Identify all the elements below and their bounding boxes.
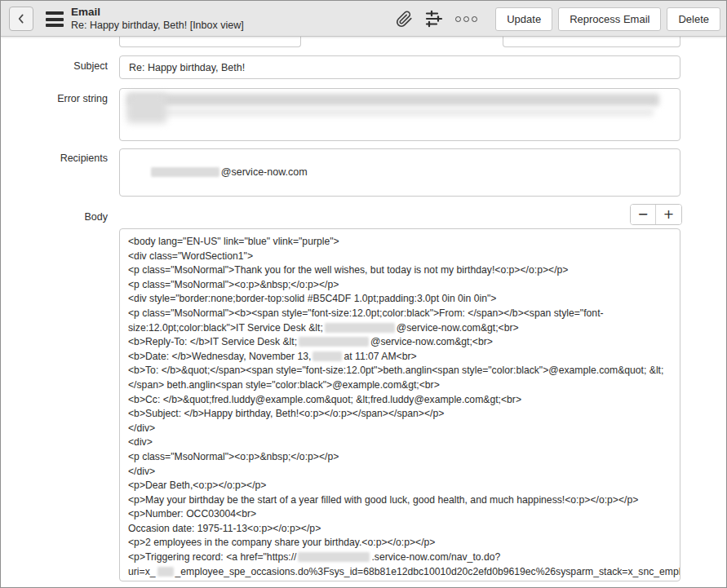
partial-field-left[interactable] (119, 35, 301, 47)
body-font-size-controls: − + (630, 204, 682, 225)
body-label: Body (1, 211, 108, 223)
error-string-label: Error string (1, 93, 108, 104)
reprocess-email-button[interactable]: Reprocess Email (558, 7, 661, 31)
error-string-textarea[interactable] (119, 88, 680, 141)
redacted-text (127, 94, 659, 106)
redacted-text (313, 351, 342, 361)
body-code-line: <p>May your birthday be the start of a y… (128, 493, 672, 508)
recipients-value: @service-now.com (126, 154, 308, 189)
body-code-line: <p>Triggering record: <a href="https://.… (128, 550, 672, 565)
body-code-line: <body lang="EN-US" link="blue" vlink="pu… (128, 235, 672, 250)
body-code-line: <b>Reply-To: </b>IT Service Desk &lt;@se… (128, 335, 672, 350)
body-code-line: <p>2 employees in the company share your… (128, 536, 672, 550)
email-record-window: Email Re: Happy birthday, Beth! [Inbox v… (0, 0, 727, 588)
partial-field-right[interactable] (503, 35, 680, 47)
redacted-text (157, 567, 174, 577)
body-code-line: <b>Cc: </b>&quot;fred.luddy@example.com&… (128, 393, 672, 408)
redacted-text (299, 337, 369, 347)
body-code[interactable]: <body lang="EN-US" link="blue" vlink="pu… (119, 228, 680, 581)
update-button[interactable]: Update (495, 7, 552, 31)
body-code-line: <p>Number: OCC03004<br> (128, 507, 672, 522)
subject-label: Subject (1, 60, 108, 72)
body-code-line: <p class="MsoNormal"><o:p>&nbsp;</o:p></… (128, 278, 672, 293)
recipients-textarea[interactable]: @service-now.com (119, 148, 680, 197)
increase-font-button[interactable]: + (656, 205, 681, 224)
body-code-line: </span> beth.anglin<span style="color:bl… (128, 378, 672, 393)
body-code-line: <b>Subject: </b>Happy birthday, Beth!<o:… (128, 407, 672, 422)
email-form: Subject Error string Recipients @service… (1, 37, 726, 587)
page-title: Email (71, 5, 244, 19)
delete-button[interactable]: Delete (667, 7, 720, 31)
body-code-line: <b>Date: </b>Wednesday, November 13,at 1… (128, 350, 672, 365)
body-code-line: <b>To: </b>&quot;</span><span style="fon… (128, 364, 672, 378)
body-code-line: <p class="MsoNormal">Thank you for the w… (128, 263, 672, 278)
personalize-form-icon[interactable] (424, 9, 444, 29)
body-code-line: <div class="WordSection1"> (128, 250, 672, 264)
body-code-line: <p class="MsoNormal"><o:p>&nbsp;</o:p></… (128, 450, 672, 465)
redacted-text (151, 167, 219, 177)
recipients-label: Recipients (1, 153, 108, 164)
subject-input[interactable] (119, 55, 680, 79)
decrease-font-button[interactable]: − (631, 205, 656, 224)
record-subtitle: Re: Happy birthday, Beth! [Inbox view] (71, 19, 244, 33)
body-code-line: <p>Dear Beth,<o:p></o:p></p> (128, 479, 672, 493)
body-code-line: uri=x__employee_spe_occasions.do%3Fsys_i… (128, 565, 672, 580)
body-code-line: size:12.0pt;color:black">IT Service Desk… (128, 321, 672, 336)
body-code-line: </div> (128, 465, 672, 480)
back-button[interactable] (9, 7, 33, 31)
body-code-line: <p class="MsoNormal"><b><span style="fon… (128, 307, 672, 321)
record-title-block: Email Re: Happy birthday, Beth! [Inbox v… (71, 5, 244, 33)
body-code-line: <div style="border:none;border-top:solid… (128, 292, 672, 307)
form-header: Email Re: Happy birthday, Beth! [Inbox v… (1, 1, 726, 37)
redacted-text (127, 108, 654, 117)
context-menu-icon[interactable] (46, 11, 64, 27)
body-code-line: <div> (128, 435, 672, 450)
redacted-text (325, 323, 395, 333)
redacted-text (298, 552, 370, 562)
paperclip-icon[interactable] (396, 11, 413, 28)
chevron-left-icon (15, 12, 28, 25)
body-code-line: Occasion date: 1975-11-13<o:p></o:p></p> (128, 522, 672, 537)
redacted-text (127, 94, 166, 123)
more-options-icon[interactable] (455, 16, 477, 22)
body-code-line: </div> (128, 422, 672, 436)
